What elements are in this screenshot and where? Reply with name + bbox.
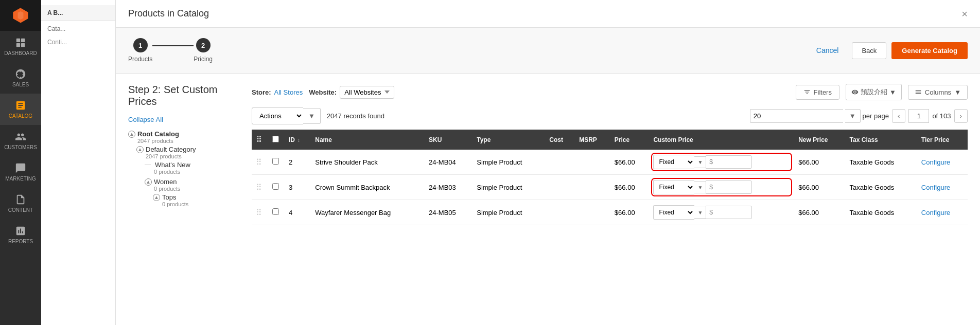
svg-rect-1 [21,39,25,42]
custom-price-type-select[interactable]: Fixed Discount [653,205,694,220]
store-value[interactable]: All Stores [274,88,303,96]
modal-close-button[interactable]: × [961,9,968,19]
next-page-button[interactable]: › [954,109,968,123]
row-checkbox[interactable] [272,183,279,190]
cancel-button[interactable]: Cancel [808,42,847,59]
row-msrp [575,175,610,200]
sidebar-item-catalog[interactable]: CATALOG [0,94,41,125]
tree-root-count: 2047 products [137,138,241,144]
prev-page-button[interactable]: ‹ [892,109,905,123]
row-drag-handle[interactable]: ⠿ [256,208,262,218]
custom-price-arrow[interactable]: ▼ [694,156,706,168]
col-new-price: New Price [794,130,845,150]
modal-header: Products in Catalog × [116,0,980,28]
row-tax-class: Taxable Goods [846,175,917,200]
tree-children-root: ▲ Default Category 2047 products What's … [136,144,241,212]
data-table: ⠿ ID ↕ Name SKU [252,130,968,225]
row-checkbox[interactable] [272,208,279,215]
marketing-icon [15,162,26,174]
configure-link[interactable]: Configure [921,209,950,216]
sidebar-logo [0,0,41,31]
row-msrp [575,150,610,175]
configure-link[interactable]: Configure [921,158,950,166]
website-select[interactable]: All Websites [340,86,394,99]
custom-price-input[interactable] [706,155,752,169]
sidebar-item-content[interactable]: CONTENT [0,188,41,219]
row-cost [545,150,575,175]
row-drag-cell: ⠿ [252,150,266,175]
reports-icon [15,225,26,237]
modal-container: Products in Catalog × 1 Products 2 Prici… [116,0,980,325]
actions-row: Actions ▼ 2047 records found ▼ per page … [252,107,968,124]
generate-catalog-button[interactable]: Generate Catalog [891,42,968,59]
tree-root-expand[interactable]: ▲ [128,131,135,138]
custom-price-type-select[interactable]: Fixed Discount [653,180,694,194]
store-label: Store: [252,88,271,96]
row-new-price: $66.00 [794,175,845,200]
sidebar-item-sales[interactable]: SALES [0,62,41,94]
tree-item-whats-new: What's New 0 products [145,159,241,176]
tree-item-default: ▲ Default Category 2047 products What's … [136,144,241,212]
select-all-checkbox[interactable] [272,136,279,142]
catalog-icon [15,100,26,111]
sidebar-item-reports[interactable]: REPORTS [0,219,41,250]
sidebar-item-marketing[interactable]: MARKETING [0,156,41,188]
actions-arrow[interactable]: ▼ [303,108,321,124]
row-checkbox-cell [266,200,285,225]
tree-women-expand[interactable]: ▲ [145,178,152,186]
tree-whats-new-count: 0 products [154,169,241,175]
collapse-all-link[interactable]: Collapse All [128,116,241,123]
content-icon [15,194,26,205]
page-of: of 103 [932,112,951,120]
wizard-step-line [152,45,194,46]
row-id: 2 [285,150,311,175]
tree-tops-expand[interactable]: ▲ [153,194,160,201]
col-sku: SKU [425,130,472,150]
tree-children-women: ▲ Tops 0 products [153,192,241,209]
wizard-step-pricing: 2 Pricing [194,38,213,63]
custom-price-arrow[interactable]: ▼ [694,207,706,219]
back-button[interactable]: Back [852,42,886,59]
pagination-wrap: ▼ per page ‹ of 103 › [750,109,968,123]
step-label-pricing: Pricing [194,56,213,63]
per-page-arrow[interactable]: ▼ [845,109,861,123]
configure-link[interactable]: Configure [921,184,950,191]
step-circle-2: 2 [196,38,211,52]
row-custom-price-cell: Fixed Discount ▼ [649,175,794,200]
col-msrp: MSRP [575,130,610,150]
view-label: 預設介紹 [861,87,887,97]
sidebar: DASHBOARD SALES CATALOG CUSTOMERS MARKET… [0,0,41,325]
custom-price-input[interactable] [706,206,752,219]
row-custom-price-cell: Fixed Discount ▼ [649,200,794,225]
col-type: Type [472,130,545,150]
left-panel-title: A B... [41,5,115,21]
row-name: Crown Summit Backpack [311,175,425,200]
custom-price-arrow[interactable]: ▼ [694,182,706,193]
sidebar-item-customers[interactable]: CUSTOMERS [0,125,41,156]
filters-button[interactable]: Filters [796,85,839,100]
svg-rect-2 [16,43,20,47]
custom-price-input[interactable] [706,180,752,194]
actions-select-wrap: Actions ▼ [252,107,321,124]
custom-price-type-select[interactable]: Fixed Discount [653,155,694,169]
row-drag-handle[interactable]: ⠿ [256,183,262,192]
website-label: Website: [309,88,337,96]
row-price: $66.00 [610,150,650,175]
per-page-input[interactable] [750,109,843,123]
left-panel-sub: Conti... [41,37,115,48]
columns-button[interactable]: Columns ▼ [908,85,968,100]
row-drag-handle[interactable]: ⠿ [256,157,262,167]
row-drag-cell: ⠿ [252,175,266,200]
actions-select[interactable]: Actions [252,107,303,124]
page-input[interactable] [908,109,929,123]
col-custom-price: Custom Price [649,130,794,150]
tree-root: ▲ Root Catalog 2047 products ▲ Default C… [128,129,241,213]
sidebar-item-dashboard[interactable]: DASHBOARD [0,31,41,62]
row-checkbox-cell [266,150,285,175]
row-checkbox[interactable] [272,158,279,165]
row-type: Simple Product [472,175,545,200]
row-tier-price: Configure [917,175,968,200]
website-filter: Website: All Websites [309,86,394,99]
view-dropdown[interactable]: 預設介紹 ▼ [846,84,902,100]
tree-default-expand[interactable]: ▲ [136,146,144,153]
